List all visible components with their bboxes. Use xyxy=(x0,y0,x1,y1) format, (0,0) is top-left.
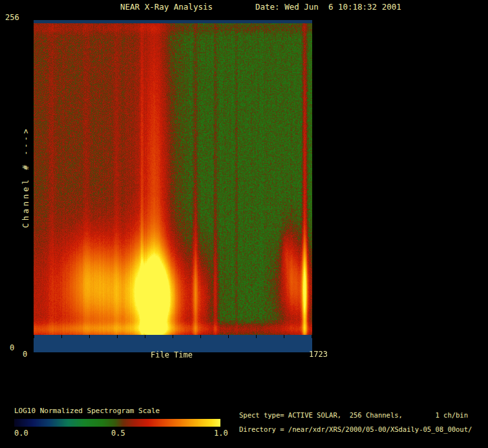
colorbar-tick-0: 0.0 xyxy=(14,429,28,438)
colorbar-label: LOG10 Normalized Spectrogram Scale xyxy=(14,407,160,415)
spect-type-info: Spect type= ACTIVE SOLAR, 256 Channels, … xyxy=(239,412,468,420)
colorbar-canvas xyxy=(14,419,220,427)
x-axis-max-label: 1723 xyxy=(309,350,328,359)
y-axis-max-label: 256 xyxy=(5,14,19,22)
y-axis-min-label: 0 xyxy=(10,344,14,352)
window-title: NEAR X-Ray Analysis xyxy=(120,3,213,12)
x-axis-min-label: 0 xyxy=(23,350,27,359)
y-axis-title: Channel # ---> xyxy=(22,126,30,228)
date-label: Date: Wed Jun 6 10:18:32 2001 xyxy=(255,3,401,12)
colorbar-tick-2: 1.0 xyxy=(214,429,228,438)
spectrogram-canvas xyxy=(34,20,312,352)
colorbar-tick-1: 0.5 xyxy=(111,429,125,438)
directory-info: Directory = /near/xdr/XRS/2000/05-00/XSd… xyxy=(239,426,472,434)
x-axis-title: File Time xyxy=(151,351,193,359)
